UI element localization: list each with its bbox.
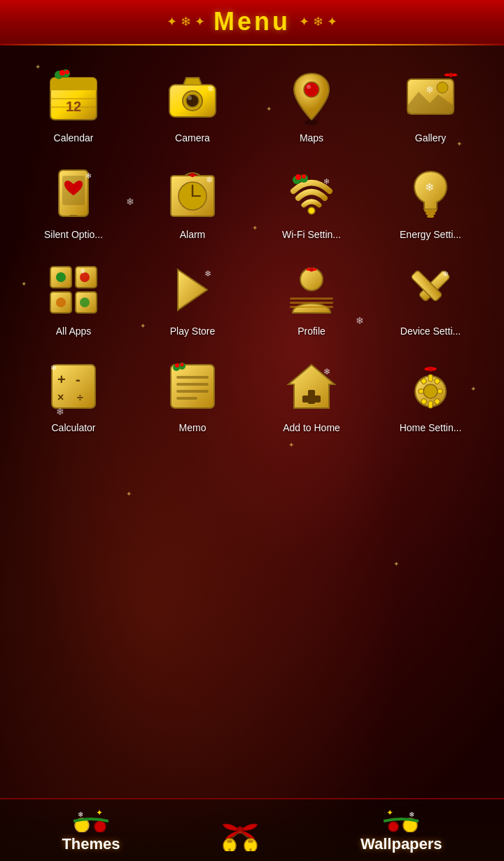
header-title: Menu: [214, 7, 290, 36]
svg-point-8: [59, 70, 65, 76]
svg-point-88: [424, 384, 438, 398]
svg-point-74: [181, 363, 184, 367]
allapps-icon: ❄: [45, 261, 102, 318]
energy-icon: ❄: [402, 164, 459, 222]
silent-label: Silent Optio...: [44, 229, 103, 240]
svg-point-45: [56, 272, 66, 282]
wifi-icon-item[interactable]: ❄ Wi-Fi Settin...: [252, 156, 371, 246]
camera-icon-item[interactable]: ❄ Camera: [133, 59, 252, 149]
svg-rect-99: [248, 840, 253, 843]
svg-text:❄: ❄: [204, 269, 211, 279]
svg-point-17: [304, 120, 318, 125]
svg-point-12: [186, 94, 199, 107]
profile-icon-item[interactable]: Profile: [252, 253, 371, 342]
svg-rect-66: [171, 365, 214, 408]
svg-text:✦: ✦: [386, 808, 393, 818]
calculator-icon: + - × ÷ ❄: [45, 358, 102, 415]
svg-point-29: [190, 173, 195, 177]
svg-point-95: [237, 827, 244, 834]
svg-text:÷: ÷: [77, 391, 83, 403]
svg-rect-54: [290, 302, 333, 304]
addtohome-icon-item[interactable]: ❄ Add to Home: [252, 349, 371, 439]
svg-point-15: [304, 82, 319, 97]
homesettings-label: Home Settin...: [400, 422, 462, 433]
svg-text:❄: ❄: [442, 270, 449, 278]
svg-rect-55: [290, 306, 333, 308]
devicesettings-icon: ❄: [402, 261, 459, 318]
svg-rect-38: [426, 212, 435, 215]
playstore-icon-box: ❄: [161, 258, 224, 321]
devicesettings-icon-item[interactable]: ❄ Device Setti...: [371, 253, 490, 342]
themes-icon: ✦ ❄: [74, 807, 108, 832]
gallery-icon-box: [399, 65, 462, 128]
camera-icon: ❄: [164, 68, 221, 125]
energy-icon-item[interactable]: ❄ Energy Setti...: [371, 156, 490, 246]
alarm-icon-item[interactable]: ❄ Alarm: [133, 156, 252, 246]
silent-icon-item[interactable]: ❄ Silent Optio...: [14, 156, 133, 246]
alarm-icon: ❄: [164, 164, 221, 222]
svg-rect-80: [428, 374, 433, 382]
gallery-icon-item[interactable]: Gallery: [371, 59, 490, 149]
profile-icon-box: [280, 258, 343, 321]
homesettings-icon-item[interactable]: Home Settin...: [371, 349, 490, 439]
allapps-icon-box: ❄: [42, 258, 105, 321]
memo-icon-item[interactable]: Memo: [133, 349, 252, 439]
header: ✦ ❄ ✦ Menu ✦ ❄ ✦: [0, 0, 504, 46]
svg-text:+: +: [57, 372, 66, 387]
calendar-label: Calendar: [54, 132, 94, 144]
allapps-icon-item[interactable]: ❄ All Apps: [14, 253, 133, 342]
svg-rect-98: [227, 840, 232, 843]
memo-label: Memo: [179, 422, 206, 433]
svg-point-73: [175, 363, 179, 368]
homesettings-icon-box: [399, 355, 462, 418]
camera-label: Camera: [175, 132, 210, 144]
gallery-icon: [402, 68, 459, 125]
maps-label: Maps: [300, 132, 323, 144]
svg-text:❄: ❄: [85, 172, 92, 180]
camera-icon-box: ❄: [161, 65, 224, 128]
svg-text:❄: ❄: [78, 811, 83, 818]
playstore-icon-item[interactable]: ❄ Play Store: [133, 253, 252, 342]
playstore-icon: ❄: [164, 261, 221, 318]
devicesettings-label: Device Setti...: [400, 326, 461, 337]
svg-text:-: -: [76, 372, 80, 387]
svg-point-35: [302, 174, 306, 178]
svg-point-56: [309, 267, 314, 272]
svg-text:×: ×: [57, 391, 64, 403]
allapps-label: All Apps: [56, 326, 92, 337]
calculator-icon-box: + - × ÷ ❄: [42, 355, 105, 418]
svg-point-105: [388, 822, 398, 832]
bottom-bar: ✦ ❄ Themes: [0, 798, 504, 861]
icon-grid: 12 Calendar: [7, 59, 497, 439]
bow-icon: [216, 809, 265, 851]
svg-rect-53: [290, 298, 333, 300]
svg-rect-68: [176, 383, 209, 386]
silent-icon-box: ❄: [42, 162, 105, 225]
svg-rect-37: [424, 209, 437, 212]
svg-text:❄: ❄: [409, 811, 414, 818]
svg-point-92: [94, 821, 106, 832]
svg-point-34: [295, 174, 301, 180]
svg-rect-23: [69, 215, 78, 217]
addtohome-icon: ❄: [283, 358, 340, 415]
svg-point-48: [80, 298, 90, 307]
wifi-label: Wi-Fi Settin...: [282, 229, 341, 240]
themes-button[interactable]: ✦ ❄ Themes: [62, 807, 120, 853]
svg-point-19: [437, 82, 448, 93]
memo-icon: [164, 358, 221, 415]
themes-label: Themes: [62, 835, 120, 853]
energy-icon-box: ❄: [399, 162, 462, 225]
memo-icon-box: [161, 355, 224, 418]
calculator-icon-item[interactable]: + - × ÷ ❄ Calculator: [14, 349, 133, 439]
calendar-icon-item[interactable]: 12 Calendar: [14, 59, 133, 149]
svg-point-9: [65, 70, 69, 74]
alarm-icon-box: ❄: [161, 162, 224, 225]
maps-icon-item[interactable]: Maps: [252, 59, 371, 149]
silent-icon: ❄: [45, 164, 102, 222]
calendar-icon: 12: [45, 68, 102, 125]
svg-text:❄: ❄: [323, 367, 330, 377]
svg-rect-2: [50, 86, 97, 90]
wifi-icon: ❄: [283, 164, 340, 222]
wallpapers-button[interactable]: ✦ ❄ Wallpapers: [360, 807, 442, 853]
alarm-label: Alarm: [180, 229, 206, 240]
